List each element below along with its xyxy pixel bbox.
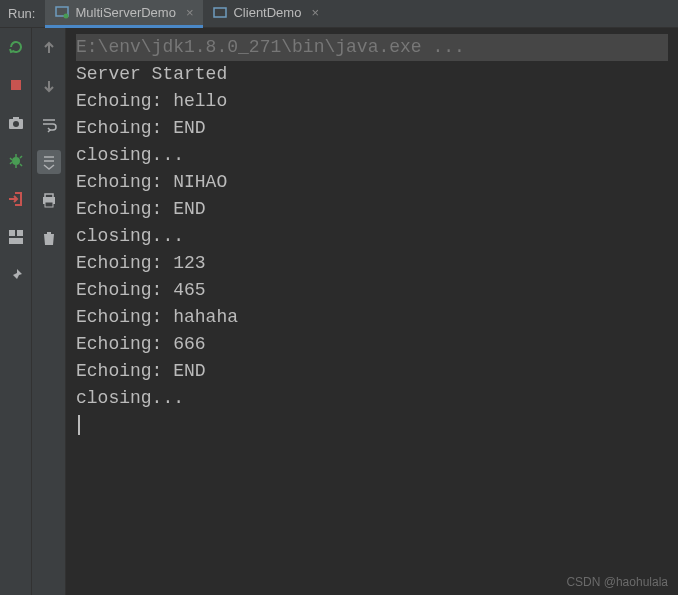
console-line: Echoing: 666	[76, 331, 668, 358]
tab-multiserverdemo[interactable]: MultiServerDemo ×	[45, 0, 203, 28]
stop-button[interactable]	[5, 74, 27, 96]
run-panel-main: E:\env\jdk1.8.0_271\bin\java.exe ... Ser…	[0, 28, 678, 595]
run-panel-header: Run: MultiServerDemo × ClientDemo ×	[0, 0, 678, 28]
console-line: Echoing: END	[76, 196, 668, 223]
run-label: Run:	[0, 0, 45, 28]
close-icon[interactable]: ×	[186, 5, 194, 20]
console-toolbar	[32, 28, 66, 595]
rerun-button[interactable]	[5, 36, 27, 58]
console-line: closing...	[76, 142, 668, 169]
run-config-icon	[213, 6, 227, 20]
layout-button[interactable]	[5, 226, 27, 248]
caret-icon	[78, 415, 80, 435]
svg-rect-13	[45, 202, 53, 207]
tab-clientdemo[interactable]: ClientDemo ×	[203, 0, 329, 28]
console-line: Echoing: 123	[76, 250, 668, 277]
svg-rect-9	[17, 230, 23, 236]
console-caret-line	[76, 412, 668, 439]
soft-wrap-button[interactable]	[37, 112, 61, 136]
exit-button[interactable]	[5, 188, 27, 210]
svg-point-6	[13, 121, 19, 127]
console-line: closing...	[76, 223, 668, 250]
svg-rect-5	[13, 117, 19, 120]
tab-label: ClientDemo	[233, 5, 301, 20]
console-line: Echoing: END	[76, 115, 668, 142]
svg-rect-10	[9, 238, 23, 244]
svg-rect-8	[9, 230, 15, 236]
close-icon[interactable]: ×	[311, 5, 319, 20]
camera-button[interactable]	[5, 112, 27, 134]
console-line: Echoing: 465	[76, 277, 668, 304]
run-config-icon	[55, 5, 69, 19]
console-line: Echoing: hahaha	[76, 304, 668, 331]
watermark: CSDN @haohulala	[566, 575, 668, 589]
arrow-up-button[interactable]	[37, 36, 61, 60]
scroll-to-end-button[interactable]	[37, 150, 61, 174]
run-tabs: MultiServerDemo × ClientDemo ×	[45, 0, 329, 28]
svg-rect-12	[45, 194, 53, 198]
svg-rect-2	[214, 8, 226, 17]
console-output[interactable]: E:\env\jdk1.8.0_271\bin\java.exe ... Ser…	[66, 28, 678, 595]
svg-rect-3	[11, 80, 21, 90]
command-line: E:\env\jdk1.8.0_271\bin\java.exe ...	[76, 34, 668, 61]
trash-button[interactable]	[37, 226, 61, 250]
console-line: Server Started	[76, 61, 668, 88]
svg-point-7	[12, 157, 20, 165]
pin-button[interactable]	[5, 264, 27, 286]
console-line: Echoing: NIHAO	[76, 169, 668, 196]
svg-point-1	[64, 14, 69, 19]
console-line: closing...	[76, 385, 668, 412]
console-line: Echoing: hello	[76, 88, 668, 115]
debug-button[interactable]	[5, 150, 27, 172]
tab-label: MultiServerDemo	[75, 5, 175, 20]
print-button[interactable]	[37, 188, 61, 212]
left-toolbar	[0, 28, 32, 595]
console-line: Echoing: END	[76, 358, 668, 385]
arrow-down-button[interactable]	[37, 74, 61, 98]
